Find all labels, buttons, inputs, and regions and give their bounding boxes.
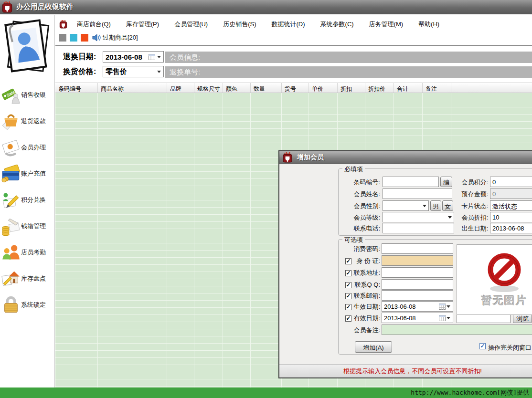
menu-item-storefront[interactable]: 商店前台(Q): [72, 19, 116, 30]
return-form: 退换日期: 2013-06-08 会员信息: 换货价格: 零售价 退换单号:: [55, 45, 532, 83]
points-exchange-icon: [1, 190, 21, 209]
menu-bar: 商店前台(Q) 库存管理(P) 会员管理(U) 历史销售(S) 数据统计(D) …: [55, 19, 450, 30]
calendar-icon: [439, 304, 446, 310]
exchange-price-label: 换货价格:: [63, 67, 96, 77]
column-header[interactable]: 商品名称: [98, 83, 167, 93]
column-header[interactable]: 数量: [251, 83, 282, 93]
dropdown-arrow-icon: [447, 317, 450, 319]
column-header[interactable]: 单价: [309, 83, 338, 93]
exchange-price-select[interactable]: 零售价: [103, 66, 164, 77]
id-input[interactable]: [382, 255, 453, 266]
column-header[interactable]: 合计: [394, 83, 423, 93]
return-date-value: 2013-06-08: [103, 53, 149, 61]
optional-fields-group: 可选项 消费密码: ✓ 身 份 证: ✓ 联系地址: ✓ 联: [338, 239, 532, 355]
points-input[interactable]: 0: [490, 177, 532, 187]
member-info-label: 会员信息:: [170, 53, 200, 62]
sidebar-item-return-refund[interactable]: 退货返款: [0, 108, 55, 134]
member-level-select[interactable]: [383, 212, 454, 222]
sidebar-item-system-lock[interactable]: 系统锁定: [0, 292, 55, 318]
phone-label: 联系电话:: [339, 224, 380, 233]
table-column: [167, 93, 194, 388]
sidebar-item-account-recharge[interactable]: 账户充值: [0, 160, 55, 187]
user-photo-logo: [2, 18, 52, 76]
calendar-icon: [149, 54, 155, 60]
menu-item-inventory[interactable]: 库存管理(P): [121, 19, 164, 30]
system-lock-icon: [1, 295, 21, 314]
column-header[interactable]: 条码编号: [55, 83, 98, 93]
address-checkbox[interactable]: ✓: [345, 270, 351, 276]
sidebar-item-label: 系统锁定: [21, 301, 46, 309]
menu-item-store-manage[interactable]: 店务管理(M): [364, 19, 408, 30]
column-header[interactable]: 规格尺寸: [194, 83, 223, 93]
id-label: 身 份 证:: [353, 257, 380, 265]
member-discount-input[interactable]: 10: [490, 212, 532, 222]
gender-label: 会员性别:: [339, 202, 380, 210]
calendar-icon: [439, 315, 446, 321]
credit-url: http://www.hackhome.com[网侠]提供: [411, 388, 532, 397]
expired-goods-label[interactable]: 过期商品[20]: [103, 33, 138, 42]
dropdown-arrow-icon: [448, 216, 452, 219]
return-date-label: 退换日期:: [63, 52, 96, 62]
table-column: [251, 93, 282, 388]
menu-item-help[interactable]: 帮助(H): [414, 19, 444, 30]
sidebar-item-sales-checkout[interactable]: Sale 销售收银: [0, 82, 55, 108]
password-label: 消费密码:: [339, 245, 380, 253]
edit-barcode-button[interactable]: 编: [440, 177, 452, 187]
recharge-card-icon: [1, 164, 21, 183]
male-button[interactable]: 男: [430, 200, 441, 211]
member-name-input[interactable]: [383, 189, 452, 199]
return-date-picker[interactable]: 2013-06-08: [103, 51, 164, 63]
qq-label: 联系Q Q:: [353, 281, 380, 289]
table-column: [194, 93, 223, 388]
column-header[interactable]: 备注: [423, 83, 451, 93]
column-header[interactable]: 折扣价: [365, 83, 394, 93]
sidebar-item-label: 店员考勤: [21, 248, 46, 257]
remark-input[interactable]: [382, 325, 532, 335]
close-after-done-checkbox[interactable]: ✓: [479, 343, 486, 349]
column-header[interactable]: 货号: [282, 83, 309, 93]
points-label: 会员积分:: [455, 178, 488, 187]
barcode-input[interactable]: [383, 177, 439, 187]
dialog-title-bar[interactable]: 增加会员: [279, 151, 532, 164]
member-photo-placeholder: 暂无图片: [457, 244, 532, 315]
id-checkbox[interactable]: ✓: [345, 258, 351, 264]
start-date-checkbox[interactable]: ✓: [345, 304, 351, 310]
menu-item-statistics[interactable]: 数据统计(D): [267, 19, 310, 30]
phone-input[interactable]: [383, 223, 454, 233]
qq-input[interactable]: [382, 279, 453, 290]
end-date-picker[interactable]: 2013-06-08: [382, 313, 453, 323]
column-header[interactable]: 颜色: [223, 83, 251, 93]
start-date-label: 生效日期:: [353, 303, 380, 311]
return-order-label: 退换单号:: [170, 68, 200, 77]
sidebar-item-points-exchange[interactable]: 积分兑换: [0, 187, 55, 213]
password-input[interactable]: [382, 243, 453, 254]
member-level-label: 会员等级:: [339, 213, 380, 222]
sidebar-item-cashbox-manage[interactable]: 钱箱管理: [0, 213, 55, 239]
birthday-input[interactable]: 2013-06-08: [490, 223, 532, 233]
card-state-input[interactable]: 激活状态: [490, 200, 532, 211]
menu-item-sales-history[interactable]: 历史销售(S): [218, 19, 261, 30]
female-button[interactable]: 女: [442, 200, 453, 211]
gender-select[interactable]: [383, 200, 429, 211]
sidebar-item-member-register[interactable]: 会员办理: [0, 134, 55, 160]
dropdown-arrow-icon: [447, 305, 450, 308]
sidebar-item-stock-check[interactable]: 库存盘点: [0, 265, 55, 292]
column-header[interactable]: 折扣: [338, 83, 365, 93]
legend-orange-square: [81, 34, 88, 42]
menu-item-system-params[interactable]: 系统参数(C): [316, 19, 359, 30]
close-after-done-label: 操作完关闭窗口: [488, 344, 532, 352]
sidebar-item-staff-attendance[interactable]: 店员考勤: [0, 239, 55, 265]
sidebar-item-label: 退货返款: [21, 117, 46, 126]
dropdown-arrow-icon: [157, 56, 161, 58]
add-member-button[interactable]: 增加(A): [355, 341, 392, 353]
qq-checkbox[interactable]: ✓: [345, 282, 351, 288]
menu-item-members[interactable]: 会员管理(U): [170, 19, 213, 30]
email-input[interactable]: [382, 290, 453, 301]
email-checkbox[interactable]: ✓: [345, 293, 351, 299]
end-date-checkbox[interactable]: ✓: [345, 315, 351, 322]
balance-input: 0: [490, 189, 532, 199]
start-date-picker[interactable]: 2013-06-08: [382, 301, 453, 312]
address-input[interactable]: [382, 267, 453, 278]
dialog-hint-text: 根据提示输入会员信息，不同会员可设置不同折扣!: [343, 367, 482, 376]
column-header[interactable]: 品牌: [167, 83, 194, 93]
